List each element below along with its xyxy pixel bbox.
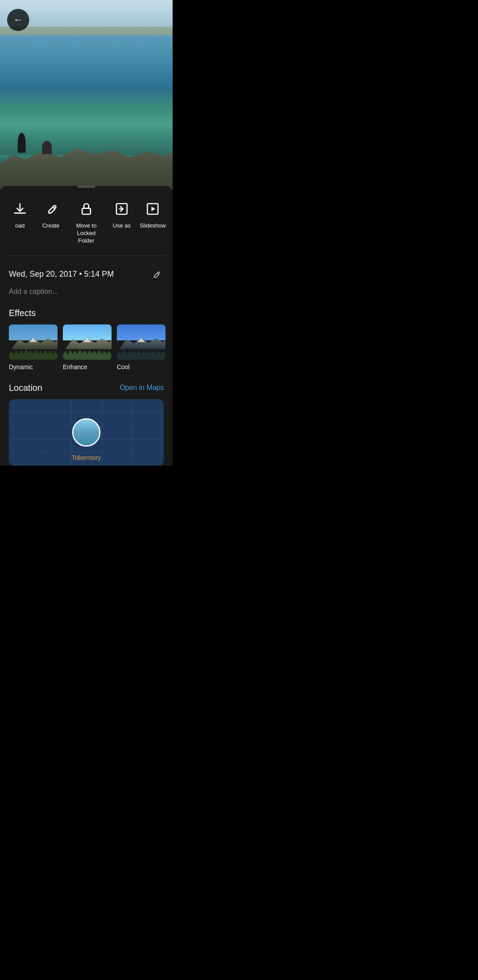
effect-enhance[interactable]: Enhance xyxy=(63,324,112,370)
bottom-panel: oad Create Move to Locked Folder xyxy=(0,186,173,466)
caption-placeholder[interactable]: Add a caption... xyxy=(0,286,173,305)
actions-row: oad Create Move to Locked Folder xyxy=(0,188,173,252)
download-icon xyxy=(10,199,30,219)
photo-figure-1 xyxy=(18,133,26,153)
effect-enhance-label: Enhance xyxy=(63,363,112,370)
svg-marker-3 xyxy=(151,207,155,212)
photo-water xyxy=(0,35,173,155)
effect-dynamic-label: Dynamic xyxy=(9,363,58,370)
divider-actions xyxy=(7,255,166,256)
effect-cool[interactable]: Cool xyxy=(117,324,166,370)
effects-section: Effects Dynamic xyxy=(0,305,173,379)
map-pin xyxy=(72,418,100,447)
effect-cool-label: Cool xyxy=(117,363,166,370)
action-use-as-label: Use as xyxy=(113,222,131,230)
map-location-name: Tobermory xyxy=(72,454,101,461)
lock-icon xyxy=(77,199,96,219)
date-section: Wed, Sep 20, 2017 • 5:14 PM xyxy=(0,259,173,286)
action-locked-label: Move to Locked Folder xyxy=(69,222,104,245)
photo-container: ← xyxy=(0,0,173,190)
effects-row: Dynamic Enhance xyxy=(0,324,173,379)
action-use-as[interactable]: Use as xyxy=(106,197,137,247)
share-box-icon xyxy=(112,199,131,219)
action-slideshow-label: Slideshow xyxy=(139,222,166,230)
svg-rect-0 xyxy=(82,208,91,214)
location-section: Location Open in Maps Tobermory xyxy=(0,379,173,466)
action-move-locked[interactable]: Move to Locked Folder xyxy=(66,197,106,247)
action-create[interactable]: Create xyxy=(35,197,66,247)
effect-cool-thumbnail xyxy=(117,324,166,360)
action-slideshow[interactable]: Slideshow xyxy=(137,197,168,247)
pencil-icon xyxy=(41,199,61,219)
photo-figure-2 xyxy=(42,141,52,154)
location-header: Location Open in Maps xyxy=(9,383,164,393)
action-download[interactable]: oad xyxy=(4,197,35,247)
map-preview[interactable]: Tobermory xyxy=(9,399,164,466)
effect-enhance-thumbnail xyxy=(63,324,112,360)
edit-date-button[interactable] xyxy=(148,266,164,282)
action-download-label: oad xyxy=(15,222,25,230)
photo-date-time: Wed, Sep 20, 2017 • 5:14 PM xyxy=(9,270,114,279)
action-create-label: Create xyxy=(42,222,59,230)
back-arrow-icon: ← xyxy=(13,15,23,25)
photo-horizon xyxy=(0,27,173,35)
play-box-icon xyxy=(143,199,162,219)
effect-dynamic[interactable]: Dynamic xyxy=(9,324,58,370)
back-button[interactable]: ← xyxy=(7,9,29,31)
effect-dynamic-thumbnail xyxy=(9,324,58,360)
open-maps-button[interactable]: Open in Maps xyxy=(120,384,164,392)
location-title: Location xyxy=(9,383,42,393)
effects-title: Effects xyxy=(0,305,173,324)
